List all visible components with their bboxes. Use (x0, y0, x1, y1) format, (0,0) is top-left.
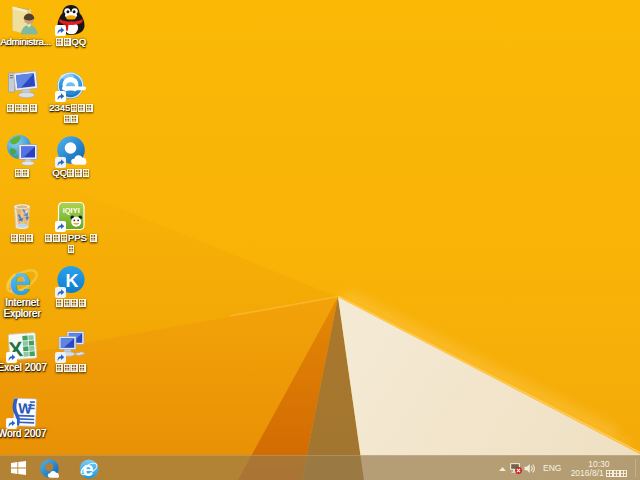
svg-text:iQIYI: iQIYI (63, 206, 80, 215)
svg-text:e: e (9, 265, 31, 297)
svg-text:e: e (83, 459, 94, 479)
svg-text:K: K (66, 271, 79, 291)
